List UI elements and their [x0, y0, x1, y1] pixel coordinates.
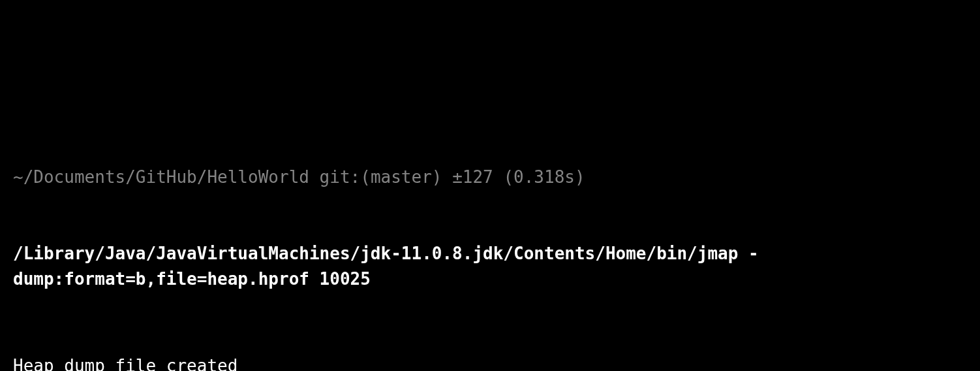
prompt-branch: (master)	[360, 167, 442, 187]
command-output: Heap dump file created	[13, 353, 967, 371]
command-line[interactable]: /Library/Java/JavaVirtualMachines/jdk-11…	[13, 241, 967, 292]
prompt-git-label: git:	[320, 167, 361, 187]
output-text: Heap dump file created	[13, 356, 237, 371]
shell-prompt: ~/Documents/GitHub/HelloWorld git:(maste…	[13, 165, 967, 190]
prompt-timing: (0.318s)	[503, 167, 585, 187]
terminal-block-1: ~/Documents/GitHub/HelloWorld git:(maste…	[13, 114, 967, 371]
prompt-status: ±127	[452, 167, 493, 187]
prompt-cwd: ~/Documents/GitHub/HelloWorld	[13, 167, 309, 187]
command-text: /Library/Java/JavaVirtualMachines/jdk-11…	[13, 244, 759, 289]
